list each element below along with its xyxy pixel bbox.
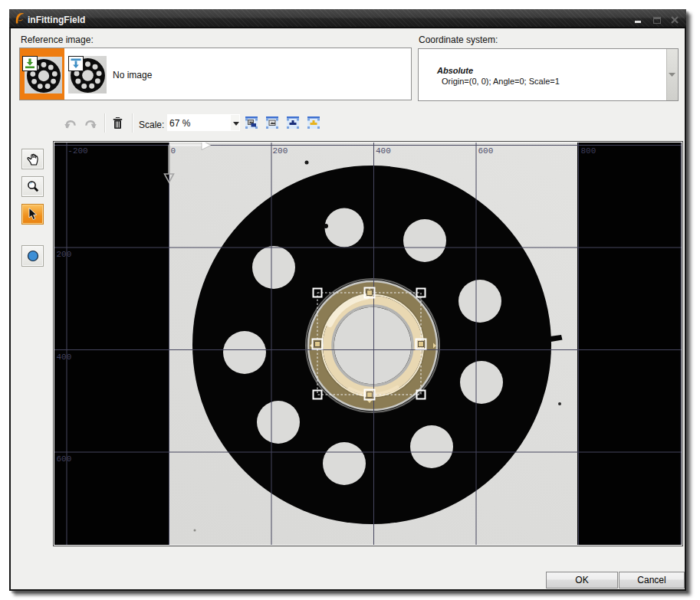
- svg-text:400: 400: [57, 352, 72, 362]
- svg-text:400: 400: [376, 146, 391, 156]
- svg-text:-200: -200: [67, 146, 87, 156]
- svg-text:200: 200: [273, 146, 288, 156]
- svg-text:800: 800: [581, 146, 596, 156]
- svg-text:600: 600: [57, 454, 72, 464]
- svg-text:200: 200: [57, 250, 72, 259]
- svg-text:600: 600: [478, 146, 494, 156]
- svg-text:0: 0: [171, 146, 176, 156]
